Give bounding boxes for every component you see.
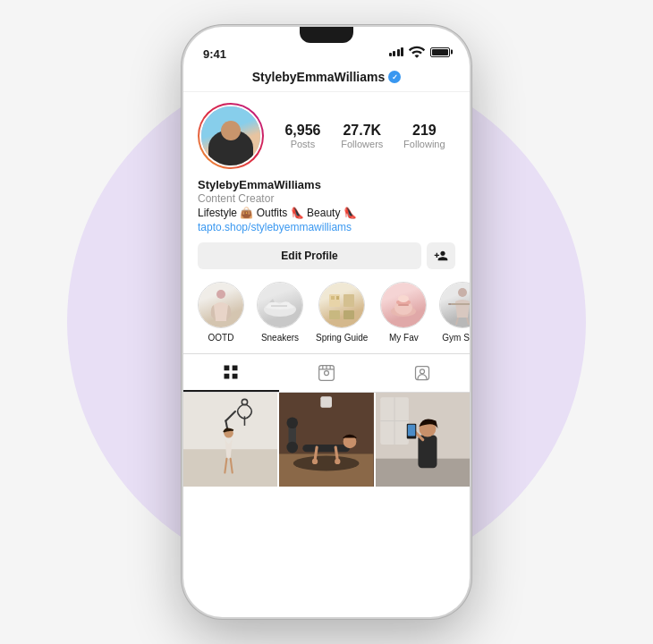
bio-name: StylebyEmmaWilliams <box>198 178 455 191</box>
tab-grid[interactable] <box>183 354 279 392</box>
highlight-circle-sneakers <box>257 282 303 328</box>
following-count: 219 <box>403 123 445 139</box>
posts-count: 6,956 <box>284 123 320 139</box>
svg-rect-7 <box>331 296 335 300</box>
svg-rect-6 <box>343 310 354 319</box>
stats-container: 6,956 Posts 27.7K Followers 219 Followin… <box>275 123 455 149</box>
profile-username-header: StylebyEmmaWilliams <box>252 70 386 84</box>
avatar-container[interactable] <box>198 103 264 169</box>
notch-inner <box>300 27 353 43</box>
svg-point-40 <box>335 459 340 464</box>
status-icons <box>389 43 451 61</box>
tagged-icon <box>413 364 431 382</box>
ootd-illustration <box>207 287 235 323</box>
svg-line-38 <box>336 447 338 461</box>
content-tabs <box>183 353 470 393</box>
wifi-icon <box>408 43 426 61</box>
fav-illustration <box>386 292 421 318</box>
edit-profile-button[interactable]: Edit Profile <box>198 242 421 269</box>
gym-illustration <box>445 285 470 325</box>
action-buttons: Edit Profile <box>183 233 470 278</box>
signal-icon <box>389 47 404 56</box>
add-person-icon <box>434 249 448 263</box>
photo-grid-section <box>183 393 470 617</box>
profile-section: 6,956 Posts 27.7K Followers 219 Followin… <box>183 92 470 169</box>
svg-point-43 <box>287 442 299 453</box>
svg-rect-4 <box>343 294 354 307</box>
posts-label: Posts <box>284 139 320 149</box>
stat-posts[interactable]: 6,956 Posts <box>284 123 320 149</box>
grid-item-2[interactable] <box>279 393 373 487</box>
svg-point-34 <box>293 456 360 471</box>
svg-rect-55 <box>407 425 414 436</box>
profile-stats-row: 6,956 Posts 27.7K Followers 219 Followin… <box>198 103 455 169</box>
bio-title: Content Creator <box>198 192 455 205</box>
highlight-circle-ootd <box>198 282 244 328</box>
svg-rect-44 <box>321 396 333 408</box>
grid-photo-1 <box>183 393 277 487</box>
status-time: 9:41 <box>203 47 226 61</box>
svg-point-13 <box>398 295 409 302</box>
highlight-gym-style[interactable]: Gym Style <box>439 282 470 343</box>
highlights-section: OOTD Sneakers <box>183 278 470 353</box>
highlight-ootd[interactable]: OOTD <box>198 282 244 343</box>
highlight-circle-gym <box>439 282 470 328</box>
svg-rect-15 <box>448 303 452 305</box>
svg-line-37 <box>315 447 317 461</box>
highlight-label-gym: Gym Style <box>442 333 470 343</box>
stat-followers[interactable]: 27.7K Followers <box>341 123 383 149</box>
avatar-image <box>201 106 260 165</box>
screen: StylebyEmmaWilliams 6,956 <box>183 66 470 617</box>
grid-photo-2 <box>279 393 373 487</box>
svg-point-21 <box>420 369 424 374</box>
svg-point-39 <box>312 459 318 464</box>
add-friend-button[interactable] <box>427 242 455 269</box>
followers-label: Followers <box>341 139 383 149</box>
highlight-label-fav: My Fav <box>389 333 419 343</box>
following-label: Following <box>403 139 445 149</box>
bio-section: StylebyEmmaWilliams Content Creator Life… <box>183 178 470 233</box>
reels-icon <box>318 364 335 382</box>
followers-count: 27.7K <box>341 123 383 139</box>
highlight-circle-spring <box>318 282 365 328</box>
highlight-label-spring: Spring Guide <box>316 333 368 343</box>
stat-following[interactable]: 219 Following <box>403 123 445 149</box>
bio-description: Lifestyle 👜 Outfits 👠 Beauty 👠 <box>198 207 455 219</box>
svg-point-19 <box>325 371 329 376</box>
svg-point-42 <box>287 417 299 428</box>
svg-rect-23 <box>183 393 277 449</box>
svg-rect-5 <box>329 310 340 319</box>
tab-reels[interactable] <box>279 354 375 392</box>
phone-mockup: 9:41 StylebyEmmaWilliams <box>183 27 470 617</box>
photo-grid <box>183 393 470 487</box>
svg-rect-35 <box>303 445 351 452</box>
highlight-circle-fav <box>380 282 427 328</box>
highlight-spring-guide[interactable]: Spring Guide <box>316 282 368 343</box>
phone-frame: 9:41 StylebyEmmaWilliams <box>183 27 470 617</box>
highlight-my-fav[interactable]: My Fav <box>380 282 427 343</box>
ig-header: StylebyEmmaWilliams <box>183 66 470 92</box>
svg-point-14 <box>458 288 467 297</box>
spring-illustration <box>324 287 360 323</box>
highlight-label-sneakers: Sneakers <box>261 333 299 343</box>
svg-point-0 <box>216 290 225 299</box>
grid-item-1[interactable] <box>183 393 277 487</box>
grid-icon <box>222 363 240 381</box>
svg-rect-51 <box>418 435 437 468</box>
highlight-sneakers[interactable]: Sneakers <box>257 282 303 343</box>
battery-icon <box>430 47 450 57</box>
avatar <box>199 105 262 167</box>
highlight-label-ootd: OOTD <box>208 333 234 343</box>
grid-item-3[interactable] <box>376 393 470 487</box>
sneakers-illustration <box>262 292 298 318</box>
svg-rect-8 <box>336 296 339 300</box>
svg-rect-12 <box>398 304 409 306</box>
bio-link[interactable]: tapto.shop/stylebyemmawilliams <box>198 221 455 233</box>
tab-tagged[interactable] <box>374 354 470 392</box>
verified-badge-icon <box>388 71 401 83</box>
phone-notch <box>273 27 380 52</box>
grid-photo-3 <box>376 393 470 487</box>
